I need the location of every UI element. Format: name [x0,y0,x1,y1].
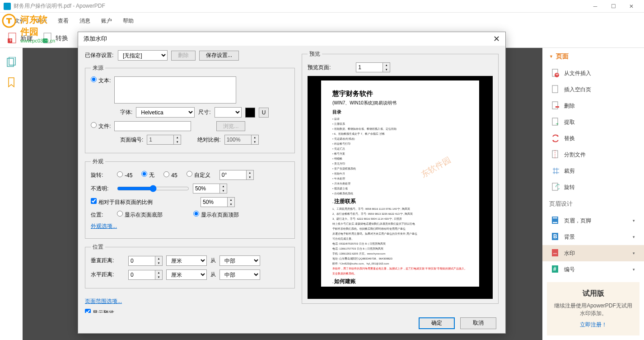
watermark-dialog: 添加水印 ✕ 已保存设置: [无指定] 删除 保存设置... 来源 文本: 字体… [78,32,506,334]
size-select[interactable] [215,107,242,118]
browse-button[interactable]: 浏览... [216,121,245,131]
copy-icon[interactable] [6,57,17,68]
rotate-icon [551,183,560,192]
ok-button[interactable]: 确定 [419,317,455,329]
opacity-label: 不透明: [91,185,113,193]
background[interactable]: B背景▾ [542,229,644,245]
left-sidebar [0,48,23,340]
cancel-button[interactable]: 取消 [460,317,496,329]
vdist-label: 垂直距离: [91,257,125,264]
show-preview-checkbox[interactable]: 显示预览 [85,309,114,313]
appearance-fieldset: 外观 旋转: -45 无 45 自定义 ▲▼ 不透明: ▲▼ 相对于目标页面的比… [85,158,295,239]
insert-from-file[interactable]: +从文件插入 [542,65,644,81]
text-radio[interactable]: 文本: [91,76,111,85]
underline-button[interactable]: U [259,108,269,118]
color-picker[interactable] [245,108,255,118]
design-section-header: 页眉设计 [542,195,644,212]
crop-page[interactable]: 裁剪 [542,163,644,179]
abs-ratio-label: 绝对比例: [197,136,220,144]
saved-settings-select[interactable]: [无指定] [118,50,168,61]
svg-rect-12 [552,85,558,93]
hdist-unit-select[interactable]: 厘米 [166,269,207,280]
rotate-degree-spinner[interactable]: ▲▼ [219,170,254,180]
abs-ratio-spinner[interactable]: ▲▼ [224,135,259,145]
menu-view[interactable]: 查看 [52,17,74,25]
svg-text:B: B [553,233,557,240]
split-file[interactable]: 分割文件 [542,146,644,163]
place-bottom-radio[interactable]: 显示在页面底部 [117,211,163,219]
bookmark-icon[interactable] [6,77,17,88]
saved-settings-label: 已保存设置: [85,52,114,59]
menu-help[interactable]: 帮助 [117,17,139,25]
rotate-45-radio[interactable]: 45 [163,171,177,179]
position-fieldset: 位置 垂直距离: ▲▼ 厘米 从 中部 水平距离: ▲▼ 厘米 从 中部 [85,243,295,288]
save-settings-button[interactable]: 保存设置... [199,51,239,61]
vdist-unit-select[interactable]: 厘米 [166,255,207,266]
rotate-none-radio[interactable]: 无 [141,171,154,179]
new-button[interactable]: + 新建 [7,32,33,45]
rotate-page[interactable]: 旋转 [542,179,644,195]
menu-message[interactable]: 消息 [74,17,96,25]
preview-page-label: 预览页面: [308,64,331,71]
titlebar: 财务用户操作说明书.pdf - ApowerPDF ─ ☐ ✕ [0,0,644,13]
hdist-from-select[interactable]: 中部 [219,269,260,280]
header-footer[interactable]: 页眉，页脚▾ [542,212,644,229]
text-input[interactable] [114,76,236,104]
svg-rect-13 [552,102,558,109]
number-icon: # [551,265,560,274]
menu-account[interactable]: 账户 [96,17,117,25]
close-icon[interactable]: ✕ [493,34,500,44]
minimize-button[interactable]: ─ [586,0,604,13]
rotate-n45-radio[interactable]: -45 [117,171,132,179]
preview-document: 慧宇财务软件 (WIN7、WIN10系统)简易说明书 目录 • 目录• 注册联系… [321,80,479,287]
delete-button[interactable]: 删除 [171,51,196,61]
blank-page-icon [551,85,560,94]
trial-text: 继续注册使用ApowerPDF无试用水印添加。 [554,302,633,317]
vdist-spinner[interactable]: ▲▼ [128,256,163,266]
page-number-spinner[interactable]: ▲▼ [147,135,181,145]
vdist-from-select[interactable]: 中部 [219,255,260,266]
delete-page-icon [551,101,560,110]
dialog-titlebar: 添加水印 ✕ [78,32,505,46]
preview-viewport: 慧宇财务软件 (WIN7、WIN10系统)简易说明书 目录 • 目录• 注册联系… [308,76,493,299]
background-icon: B [551,232,560,241]
rotate-custom-radio[interactable]: 自定义 [187,171,210,179]
replace-icon [551,134,560,143]
menubar: 河东软件园 www.pc0359.cn 文件 编辑 查看 消息 账户 帮助 [0,13,644,29]
replace-page[interactable]: 替换 [542,130,644,146]
page-number-label: 页面编号: [120,136,143,144]
close-button[interactable]: ✕ [622,0,640,13]
file-radio[interactable]: 文件: [91,122,111,130]
preview-page-spinner[interactable]: ▲▼ [356,62,390,72]
font-label: 字体: [120,109,132,116]
svg-text:+: + [555,71,559,78]
pages-panel-header[interactable]: 页面 [542,48,644,65]
insert-blank[interactable]: 插入空白页 [542,81,644,98]
font-select[interactable]: Helvetica [136,107,195,118]
menu-file[interactable]: 文件 [9,17,31,25]
hdist-spinner[interactable]: ▲▼ [128,270,163,280]
svg-rect-15 [552,118,558,125]
relative-checkbox[interactable]: 相对于目标页面的比例 [91,198,153,206]
place-top-radio[interactable]: 显示在页面顶部 [193,211,239,219]
split-icon [551,150,560,159]
appearance-options-link[interactable]: 外观选项... [91,222,117,230]
register-link[interactable]: 立即注册！ [554,321,633,329]
opacity-slider[interactable] [117,185,189,192]
numbering[interactable]: #编号▾ [542,261,644,278]
delete-page[interactable]: 删除 [542,98,644,114]
convert-button[interactable]: → 转换 [42,32,68,45]
convert-icon: → [42,32,53,45]
relative-spinner[interactable]: ▲▼ [201,197,235,207]
file-path-input[interactable] [114,121,191,131]
menu-edit[interactable]: 编辑 [31,17,52,25]
app-icon [4,3,11,10]
opacity-spinner[interactable]: ▲▼ [193,184,227,194]
page-insert-icon: + [551,69,560,78]
page-range-link[interactable]: 页面范围选项... [85,298,122,305]
watermark[interactable]: 水印▾ [542,245,644,261]
extract-page[interactable]: 提取 [542,114,644,130]
maximize-button[interactable]: ☐ [604,0,622,13]
hdist-label: 水平距离: [91,271,125,279]
trial-title: 试用版 [554,289,633,298]
